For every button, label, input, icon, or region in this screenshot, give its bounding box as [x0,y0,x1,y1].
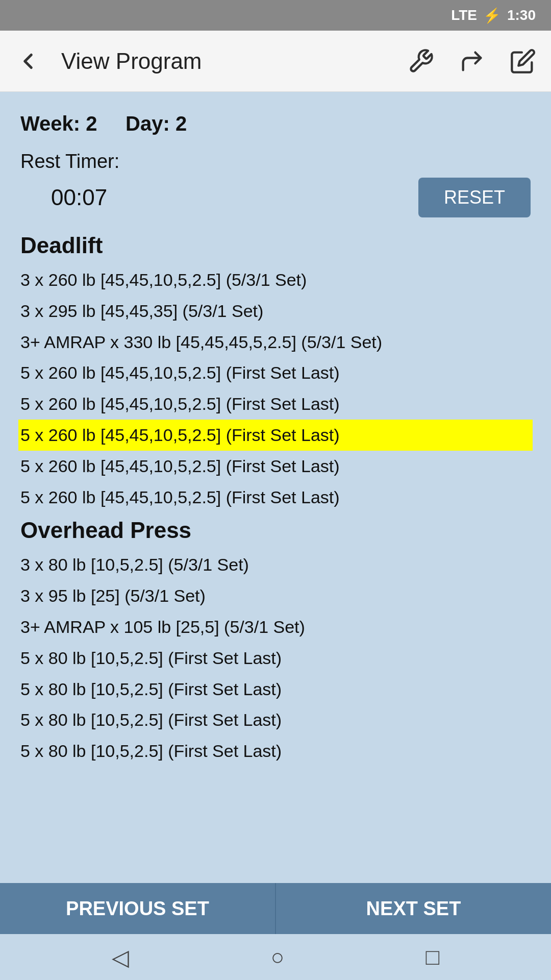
deadlift-title: Deadlift [20,233,531,258]
week-label: Week: [20,112,80,135]
app-bar-actions [403,43,541,79]
list-item: 5 x 260 lb [45,45,10,5,2.5] (First Set L… [20,388,531,420]
page-title: View Program [56,48,393,74]
previous-set-button[interactable]: PREVIOUS SET [0,883,276,934]
tools-button[interactable] [403,43,439,79]
bottom-buttons: PREVIOUS SET NEXT SET [0,883,551,934]
list-item: 5 x 260 lb [45,45,10,5,2.5] (First Set L… [20,451,531,482]
timer-row: 00:07 RESET [20,178,531,217]
list-item: 5 x 260 lb [45,45,10,5,2.5] (First Set L… [20,357,531,388]
highlighted-set-item: 5 x 260 lb [45,45,10,5,2.5] (First Set L… [18,420,533,451]
overhead-press-title: Overhead Press [20,518,531,543]
status-bar: LTE ⚡ 1:30 [0,0,551,31]
battery-icon: ⚡ [483,7,501,24]
app-bar: View Program [0,31,551,92]
list-item: 3 x 260 lb [45,45,10,5,2.5] (5/3/1 Set) [20,264,531,296]
signal-indicator: LTE [451,7,477,23]
list-item: 3 x 95 lb [25] (5/3/1 Set) [20,580,531,611]
status-icons: LTE ⚡ 1:30 [451,7,536,24]
share-button[interactable] [454,43,490,79]
list-item: 5 x 80 lb [10,5,2.5] (First Set Last) [20,704,531,736]
list-item: 3+ AMRAP x 330 lb [45,45,45,5,2.5] (5/3/… [20,327,531,358]
week-value: 2 [86,112,97,135]
main-content: Week: 2 Day: 2 Rest Timer: 00:07 RESET D… [0,92,551,883]
rest-timer-label: Rest Timer: [20,151,531,173]
edit-button[interactable] [505,43,541,79]
nav-back-icon[interactable]: ◁ [112,944,129,970]
list-item: 5 x 80 lb [10,5,2.5] (First Set Last) [20,674,531,705]
reset-button[interactable]: RESET [418,178,531,217]
list-item: 3 x 80 lb [10,5,2.5] (5/3/1 Set) [20,549,531,580]
list-item: 5 x 260 lb [45,45,10,5,2.5] (First Set L… [20,482,531,513]
time-display: 1:30 [507,7,536,23]
nav-recents-icon[interactable]: □ [426,944,440,970]
navigation-bar: ◁ ○ □ [0,934,551,980]
timer-value: 00:07 [20,185,107,210]
day-value: 2 [176,112,187,135]
overhead-press-section: Overhead Press 3 x 80 lb [10,5,2.5] (5/3… [20,518,531,767]
list-item: 3 x 295 lb [45,45,35] (5/3/1 Set) [20,296,531,327]
back-button[interactable] [10,43,46,79]
list-item: 5 x 80 lb [10,5,2.5] (First Set Last) [20,736,531,767]
list-item: 3+ AMRAP x 105 lb [25,5] (5/3/1 Set) [20,611,531,643]
deadlift-section: Deadlift 3 x 260 lb [45,45,10,5,2.5] (5/… [20,233,531,512]
next-set-button[interactable]: NEXT SET [276,883,551,934]
nav-home-icon[interactable]: ○ [270,944,284,970]
day-label: Day: [126,112,170,135]
week-day-info: Week: 2 Day: 2 [20,112,531,135]
list-item: 5 x 80 lb [10,5,2.5] (First Set Last) [20,643,531,674]
